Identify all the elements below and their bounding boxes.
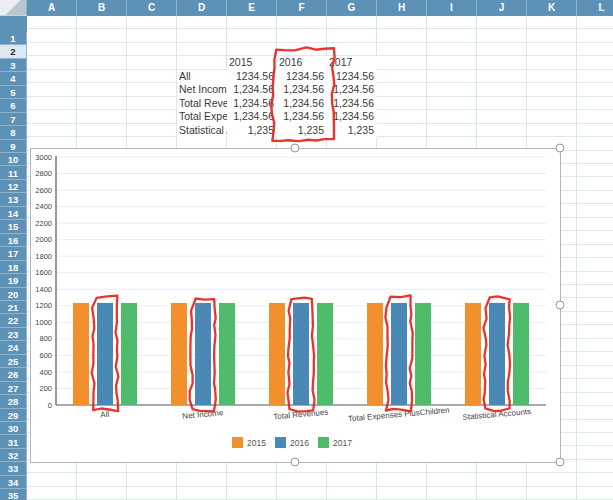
row-header-24[interactable]: 24	[0, 341, 27, 354]
row-header-23[interactable]: 23	[0, 328, 27, 341]
row-header-34[interactable]: 34	[0, 476, 27, 489]
cell-year-2016[interactable]: 2016	[277, 56, 327, 69]
column-header-I[interactable]: I	[427, 0, 477, 16]
cell-value-r6c4[interactable]: 1,234.56	[227, 83, 277, 96]
cell-value-r6c6[interactable]: 1,234.56	[327, 83, 377, 96]
column-header-K[interactable]: K	[527, 0, 577, 16]
column-headers: ABCDEFGHIJKL	[0, 0, 613, 16]
chart-object[interactable]	[30, 148, 561, 463]
row-header-4[interactable]: 4	[0, 72, 27, 85]
column-header-C[interactable]: C	[127, 0, 177, 16]
row-header-17[interactable]: 17	[0, 247, 27, 260]
cell-year-2017[interactable]: 2017	[327, 56, 377, 69]
row-header-35[interactable]: 35	[0, 489, 27, 500]
cell-value-r5c5[interactable]: 1234.56	[277, 70, 327, 83]
row-header-5[interactable]: 5	[0, 86, 27, 99]
row-header-20[interactable]: 20	[0, 288, 27, 301]
column-header-H[interactable]: H	[377, 0, 427, 16]
cell-value-r8c6[interactable]: 1,234.56	[327, 110, 377, 123]
row-header-3[interactable]: 3	[0, 59, 27, 72]
row-header-6[interactable]: 6	[0, 99, 27, 112]
cell-label-row9[interactable]: Statistical Accounts	[177, 124, 227, 137]
cell-value-r7c6[interactable]: 1,234.56	[327, 97, 377, 110]
row-header-9[interactable]: 9	[0, 140, 27, 153]
row-header-31[interactable]: 31	[0, 436, 27, 449]
cell-value-r7c5[interactable]: 1,234.56	[277, 97, 327, 110]
column-header-G[interactable]: G	[327, 0, 377, 16]
cell-value-r9c4[interactable]: 1,235	[227, 124, 277, 137]
row-header-12[interactable]: 12	[0, 180, 27, 193]
row-headers: 1234567891011121314151617181920212223242…	[0, 16, 27, 500]
row-header-19[interactable]: 19	[0, 274, 27, 287]
row-header-16[interactable]: 16	[0, 234, 27, 247]
cell-value-r9c6[interactable]: 1,235	[327, 124, 377, 137]
row-header-7[interactable]: 7	[0, 113, 27, 126]
row-header-28[interactable]: 28	[0, 395, 27, 408]
row-header-32[interactable]: 32	[0, 449, 27, 462]
row-header-26[interactable]: 26	[0, 368, 27, 381]
cell-label-row8[interactable]: Total Expenses PlusChildren	[177, 110, 227, 123]
cell-value-r5c4[interactable]: 1234.56	[227, 70, 277, 83]
row-header-13[interactable]: 13	[0, 193, 27, 206]
row-header-30[interactable]: 30	[0, 422, 27, 435]
row-header-15[interactable]: 15	[0, 220, 27, 233]
row-header-25[interactable]: 25	[0, 355, 27, 368]
column-header-J[interactable]: J	[477, 0, 527, 16]
cell-value-r8c5[interactable]: 1,234.56	[277, 110, 327, 123]
row-header-1[interactable]: 1	[0, 32, 27, 45]
column-header-L[interactable]: L	[577, 0, 613, 16]
row-header-33[interactable]: 33	[0, 462, 27, 475]
cell-value-r8c4[interactable]: 1,234.56	[227, 110, 277, 123]
row-header-10[interactable]: 10	[0, 153, 27, 166]
cell-label-row5[interactable]: All	[177, 70, 227, 83]
spreadsheet: ABCDEFGHIJKL 123456789101112131415161718…	[0, 0, 613, 500]
row-header-11[interactable]: 11	[0, 167, 27, 180]
row-header-2[interactable]: 2	[0, 45, 27, 58]
column-header-D[interactable]: D	[177, 0, 227, 16]
row-header-29[interactable]: 29	[0, 409, 27, 422]
cell-label-row6[interactable]: Net Income	[177, 83, 227, 96]
row-header-21[interactable]: 21	[0, 301, 27, 314]
column-header-F[interactable]: F	[277, 0, 327, 16]
select-all-corner[interactable]	[0, 0, 27, 16]
row-header-22[interactable]: 22	[0, 314, 27, 327]
cell-value-r7c4[interactable]: 1,234.56	[227, 97, 277, 110]
column-header-A[interactable]: A	[27, 0, 77, 16]
cell-value-r6c5[interactable]: 1,234.56	[277, 83, 327, 96]
row-header-14[interactable]: 14	[0, 207, 27, 220]
column-header-B[interactable]: B	[77, 0, 127, 16]
cell-value-r9c5[interactable]: 1,235	[277, 124, 327, 137]
cell-value-r5c6[interactable]: 1234.56	[327, 70, 377, 83]
column-header-E[interactable]: E	[227, 0, 277, 16]
row-header-8[interactable]: 8	[0, 126, 27, 139]
cell-label-row7[interactable]: Total Revenues	[177, 97, 227, 110]
cell-year-2015[interactable]: 2015	[227, 56, 277, 69]
row-header-18[interactable]: 18	[0, 261, 27, 274]
row-header-27[interactable]: 27	[0, 382, 27, 395]
